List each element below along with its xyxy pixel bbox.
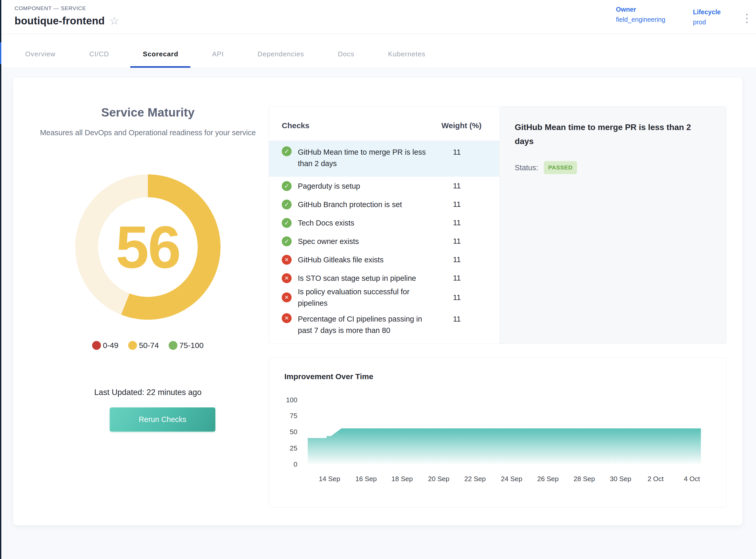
score-legend: 0-49 50-74 75-100 [44, 341, 252, 350]
improvement-chart-card: Improvement Over Time 100 75 50 25 0 14 … [269, 357, 727, 507]
page-title: boutique-frontend [15, 15, 105, 27]
entity-header: COMPONENT — SERVICE boutique-frontend ☆ … [1, 0, 756, 34]
maturity-score-donut: 56 [75, 174, 221, 320]
legend-yellow-dot-icon [128, 341, 137, 350]
check-row[interactable]: Spec owner exists 11 [269, 232, 499, 250]
check-failed-icon [282, 292, 292, 302]
x-axis-tick: 26 Sep [537, 475, 558, 483]
x-axis-tick: 18 Sep [391, 475, 413, 483]
entity-kind-breadcrumb: COMPONENT — SERVICE [15, 5, 86, 12]
checks-list-header: Checks Weight (%) [269, 107, 499, 141]
x-axis-tick: 28 Sep [574, 475, 595, 483]
kebab-menu-icon[interactable]: ⋮ [741, 13, 753, 24]
legend-red-dot-icon [92, 341, 101, 350]
check-passed-icon [282, 181, 292, 191]
owner-meta: Owner field_engineering [616, 6, 665, 23]
sidebar-active-indicator [0, 42, 1, 64]
check-detail-panel: GitHub Mean time to merge PR is less tha… [499, 107, 726, 343]
y-axis-tick: 50 [274, 428, 297, 436]
legend-green-dot-icon [169, 341, 178, 350]
lifecycle-meta: Lifecycle prod [693, 8, 721, 26]
check-failed-icon [282, 273, 292, 283]
check-passed-icon [282, 147, 292, 156]
check-row[interactable]: GitHub Branch protection is set 11 [269, 195, 499, 214]
x-axis-tick: 22 Sep [464, 475, 486, 483]
tab-dependencies[interactable]: Dependencies [258, 34, 304, 68]
legend-item-mid: 50-74 [128, 341, 159, 350]
scorecard-subtitle: Measures all DevOps and Operational read… [39, 127, 257, 139]
entity-tabs: Overview CI/CD Scorecard API Dependencie… [1, 34, 756, 68]
tab-api[interactable]: API [212, 34, 224, 68]
check-row[interactable]: Is STO scan stage setup in pipeline 11 [269, 269, 499, 287]
y-axis-tick: 75 [274, 412, 297, 420]
x-axis-tick: 24 Sep [501, 475, 522, 483]
tab-scorecard[interactable]: Scorecard [143, 34, 178, 68]
last-updated-text: Last Updated: 22 minutes ago [44, 388, 252, 397]
checks-card: Checks Weight (%) GitHub Mean time to me… [269, 106, 727, 344]
check-passed-icon [282, 200, 292, 209]
x-axis-tick: 14 Sep [319, 475, 340, 483]
check-row[interactable]: GitHub Gitleaks file exists 11 [269, 250, 499, 269]
chart-title: Improvement Over Time [284, 372, 373, 381]
scorecard-title: Service Maturity [28, 105, 267, 119]
service-maturity-section: Service Maturity Measures all DevOps and… [28, 77, 267, 526]
check-detail-title: GitHub Mean time to merge PR is less tha… [515, 120, 696, 148]
lifecycle-label: Lifecycle [693, 8, 721, 16]
x-axis-tick: 20 Sep [428, 475, 449, 483]
weight-column-header: Weight (%) [432, 121, 482, 130]
collapsed-sidebar-rail [0, 0, 1, 559]
owner-label: Owner [616, 6, 665, 13]
legend-item-high: 75-100 [169, 341, 203, 350]
y-axis-tick: 100 [274, 396, 297, 404]
check-row[interactable]: GitHub Mean time to merge PR is less tha… [269, 141, 499, 177]
rerun-checks-button[interactable]: Rerun Checks [110, 407, 215, 431]
legend-item-low: 0-49 [92, 341, 118, 350]
check-failed-icon [282, 313, 292, 323]
tab-kubernetes[interactable]: Kubernetes [388, 34, 426, 68]
x-axis-tick: 30 Sep [610, 475, 631, 483]
owner-link[interactable]: field_engineering [616, 16, 665, 23]
check-passed-icon [282, 237, 292, 246]
check-row[interactable]: Percentage of CI pipelines passing in pa… [269, 308, 499, 343]
tab-docs[interactable]: Docs [338, 34, 354, 68]
y-axis-tick: 25 [274, 444, 297, 453]
score-area-shape [308, 428, 701, 464]
check-row[interactable]: Is policy evaluation successful for pipe… [269, 287, 499, 308]
lifecycle-value: prod [693, 18, 721, 26]
checks-column-header: Checks [282, 121, 432, 130]
check-row[interactable]: Tech Docs exists 11 [269, 214, 499, 232]
x-axis-tick: 4 Oct [684, 475, 700, 483]
y-axis-tick: 0 [274, 461, 297, 469]
tab-overview[interactable]: Overview [25, 34, 55, 68]
status-label: Status: [515, 163, 538, 172]
checks-list: Checks Weight (%) GitHub Mean time to me… [269, 107, 499, 343]
x-axis-tick: 2 Oct [647, 475, 664, 483]
favorite-star-icon[interactable]: ☆ [110, 16, 119, 26]
x-axis-tick: 16 Sep [356, 475, 377, 483]
check-row[interactable]: Pagerduty is setup 11 [269, 177, 499, 195]
tab-cicd[interactable]: CI/CD [89, 34, 109, 68]
maturity-score-value: 56 [75, 174, 221, 320]
check-passed-icon [282, 218, 292, 228]
check-failed-icon [282, 255, 292, 265]
status-badge: PASSED [544, 161, 577, 174]
scorecard-panel: Service Maturity Measures all DevOps and… [13, 77, 742, 526]
improvement-area-svg [302, 397, 703, 465]
